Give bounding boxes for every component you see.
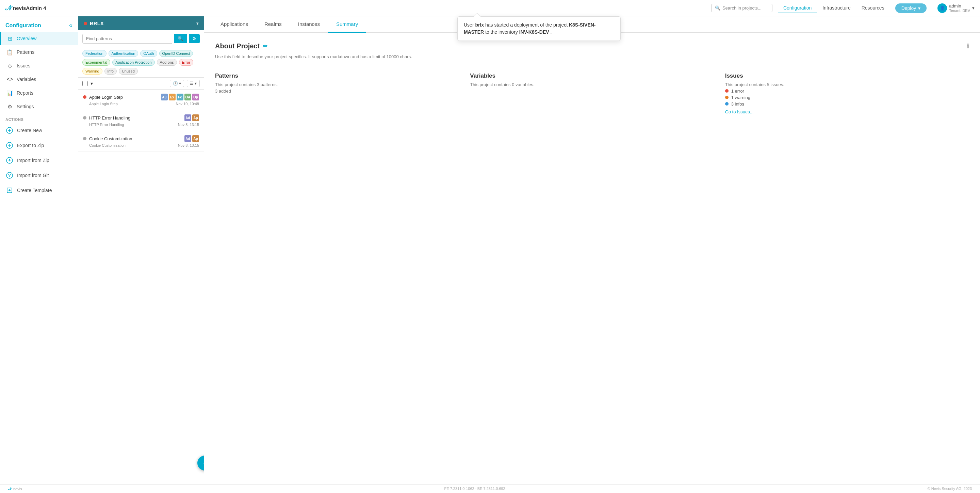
tag-application-protection[interactable]: Application Protection: [112, 59, 154, 66]
action-create-template[interactable]: Create Template: [0, 183, 78, 198]
tab-infrastructure[interactable]: Infrastructure: [817, 3, 856, 13]
global-search[interactable]: 🔍 Search in projects...: [711, 4, 772, 12]
search-icon: 🔍: [715, 5, 721, 11]
issue-item-error: 1 error: [725, 89, 969, 94]
select-all-checkbox[interactable]: [82, 81, 88, 86]
pattern-search-button[interactable]: 🔍: [174, 34, 187, 43]
action-import-git[interactable]: Import from Git: [0, 168, 78, 183]
variables-summary-card: Variables This project contains 0 variab…: [470, 72, 714, 114]
tag-error[interactable]: Error: [179, 59, 193, 66]
info-icon[interactable]: ℹ: [967, 43, 969, 50]
view-chevron-icon: ▾: [195, 81, 197, 86]
tab-applications[interactable]: Applications: [212, 16, 256, 33]
warning-dot: [725, 96, 729, 99]
project-header: BRLX ▾: [78, 16, 204, 30]
sidebar-item-overview[interactable]: ⊞ Overview: [0, 32, 78, 45]
top-nav: 𝒩 nevisAdmin 4 🔍 Search in projects... C…: [0, 0, 980, 16]
footer-logo-icon: 𝒩: [8, 487, 11, 491]
tag-oauth[interactable]: OAuth: [140, 50, 157, 57]
user-menu[interactable]: 👤 admin Tenant: DEV ▾: [937, 3, 975, 13]
tab-resources[interactable]: Resources: [856, 3, 890, 13]
patterns-summary-card: Patterns This project contains 3 pattern…: [215, 72, 459, 114]
tab-realms[interactable]: Realms: [256, 16, 290, 33]
checkbox-chevron-icon[interactable]: ▾: [91, 81, 93, 86]
list-item[interactable]: Apple Login Step Au Ex Fe OA Op Apple Lo…: [78, 89, 204, 110]
actions-section-label: ACTIONS: [0, 113, 78, 123]
list-item[interactable]: Cookie Customization Ad Ap Cookie Custom…: [78, 131, 204, 152]
patterns-summary-line2: 3 added: [215, 89, 459, 94]
tag-add-ons[interactable]: Add-ons: [157, 59, 177, 66]
info-count: 3 infos: [731, 102, 744, 107]
variables-summary-line1: This project contains 0 variables.: [470, 82, 714, 87]
error-dot: [725, 89, 729, 93]
notification-tooltip: User brlx has started a deployment of th…: [457, 16, 620, 41]
pattern-status-dot: [83, 116, 86, 120]
warning-count: 1 warning: [731, 95, 750, 100]
sidebar-item-settings[interactable]: ⚙ Settings: [0, 100, 78, 113]
issues-summary-title: Issues: [725, 72, 969, 79]
pattern-filter-button[interactable]: ⚙: [189, 34, 200, 43]
sidebar-item-variables[interactable]: <> Variables: [0, 72, 78, 86]
create-template-label: Create Template: [17, 188, 52, 193]
list-item[interactable]: HTTP Error Handling Ad Ap HTTP Error Han…: [78, 110, 204, 131]
deploy-label: Deploy: [901, 5, 916, 11]
badge-op: Op: [192, 94, 199, 101]
create-template-icon: [5, 186, 14, 195]
action-import-zip[interactable]: Import from Zip: [0, 153, 78, 168]
pattern-subtitle: HTTP Error Handling: [89, 123, 124, 127]
project-chevron-icon[interactable]: ▾: [196, 21, 198, 26]
clock-icon: 🕐: [173, 81, 178, 86]
project-status-dot: [84, 22, 87, 25]
view-button[interactable]: ☰ ▾: [187, 80, 200, 87]
chevron-down-icon: ▾: [918, 5, 920, 11]
pattern-badges: Au Ex Fe OA Op: [161, 94, 199, 101]
pattern-subtitle: Cookie Customization: [89, 144, 126, 147]
info-dot: [725, 102, 729, 105]
patterns-icon: 📋: [6, 49, 13, 56]
action-create-new[interactable]: Create New: [0, 123, 78, 138]
variables-icon: <>: [6, 76, 13, 83]
user-info: admin Tenant: DEV: [949, 3, 970, 13]
patterns-summary-title: Patterns: [215, 72, 459, 79]
action-export-zip[interactable]: Export to Zip: [0, 138, 78, 153]
pattern-search-input[interactable]: [82, 34, 172, 43]
import-git-label: Import from Git: [17, 172, 49, 178]
settings-label: Settings: [17, 104, 34, 109]
tag-warning[interactable]: Warning: [82, 68, 102, 75]
pattern-status-dot: [83, 137, 86, 140]
footer: 𝒩 nevis FE 7.2311.0-1062 · BE 7.2311.0.6…: [0, 484, 980, 493]
pattern-meta: Cookie Customization Nov 8, 13:15: [83, 144, 199, 147]
notif-mid: has started a deployment of the project: [484, 22, 569, 27]
tag-openid-connect[interactable]: OpenID Connect: [159, 50, 193, 57]
tab-configuration[interactable]: Configuration: [778, 3, 817, 13]
about-section: About Project ✏ ℹ Use this field to desc…: [215, 42, 969, 60]
patterns-label: Patterns: [17, 49, 34, 55]
pattern-name: Apple Login Step: [89, 95, 158, 100]
middle-panel: BRLX ▾ 🔍 ⚙ Federation Authentication OAu…: [78, 16, 204, 484]
tag-experimental[interactable]: Experimental: [82, 59, 110, 66]
create-new-label: Create New: [17, 128, 42, 133]
list-view-icon: ☰: [190, 81, 194, 86]
deploy-button[interactable]: Deploy ▾: [895, 3, 927, 13]
sort-button[interactable]: 🕐 ▾: [170, 80, 184, 87]
tab-instances[interactable]: Instances: [290, 16, 328, 33]
tag-unused[interactable]: Unused: [119, 68, 138, 75]
tag-authentication[interactable]: Authentication: [108, 50, 138, 57]
sidebar-item-patterns[interactable]: 📋 Patterns: [0, 45, 78, 59]
tag-federation[interactable]: Federation: [82, 50, 107, 57]
sidebar-item-reports[interactable]: 📊 Reports: [0, 86, 78, 100]
main-tabs: Configuration Infrastructure Resources: [778, 3, 890, 13]
right-panel: Applications Realms Instances Summary Ab…: [204, 16, 980, 484]
pattern-item-header: Apple Login Step Au Ex Fe OA Op: [83, 94, 199, 101]
logo-icon: 𝒩: [5, 4, 11, 12]
sidebar-collapse-button[interactable]: «: [69, 22, 73, 29]
edit-icon[interactable]: ✏: [263, 43, 267, 49]
tag-info[interactable]: Info: [105, 68, 117, 75]
notif-prefix: User: [464, 22, 475, 27]
tab-summary[interactable]: Summary: [328, 16, 366, 33]
footer-brand: nevis: [13, 487, 22, 491]
sidebar-item-issues[interactable]: ◇ Issues: [0, 59, 78, 72]
variables-label: Variables: [17, 77, 36, 82]
go-to-issues-link[interactable]: Go to Issues...: [725, 109, 754, 114]
issues-summary-line1: This project contains 5 issues.: [725, 82, 969, 87]
